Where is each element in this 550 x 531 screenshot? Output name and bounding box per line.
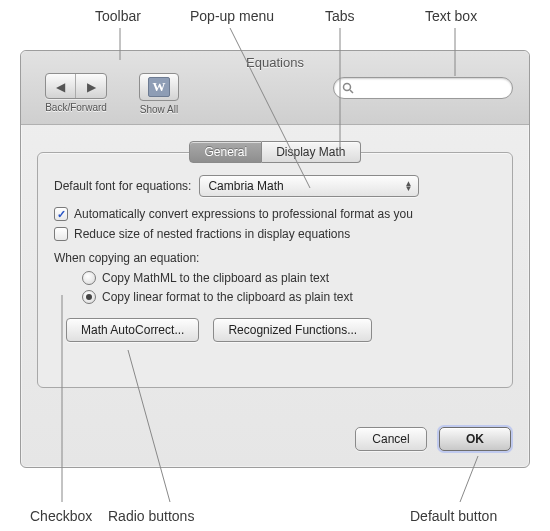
svg-point-7 [344,84,351,91]
popup-arrows-icon: ▲▼ [405,181,413,191]
back-forward-label: Back/Forward [37,102,115,113]
callout-popup: Pop-up menu [190,8,274,24]
forward-button[interactable]: ▶ [76,74,106,99]
checkbox-auto-convert-label: Automatically convert expressions to pro… [74,207,413,221]
callout-textbox: Text box [425,8,477,24]
search-input[interactable] [358,80,504,96]
toolbar-backforward-group: ◀ ▶ Back/Forward [37,73,115,113]
cancel-button[interactable]: Cancel [355,427,427,451]
word-icon: W [148,77,170,97]
copy-section-label: When copying an equation: [54,251,496,265]
font-label: Default font for equations: [54,179,191,193]
checkbox-reduce-nested-label: Reduce size of nested fractions in displ… [74,227,350,241]
general-pane: Default font for equations: Cambria Math… [37,152,513,388]
font-popup[interactable]: Cambria Math ▲▼ [199,175,419,197]
toolbar: Equations ◀ ▶ Back/Forward W Show All [21,51,529,125]
checkbox-reduce-nested[interactable] [54,227,68,241]
toolbar-showall-group: W Show All [129,73,189,115]
search-field[interactable] [333,77,513,99]
font-popup-value: Cambria Math [208,179,283,193]
back-button[interactable]: ◀ [46,74,76,99]
ok-button[interactable]: OK [439,427,511,451]
preferences-window: Equations ◀ ▶ Back/Forward W Show All Ge… [20,50,530,468]
callout-toolbar: Toolbar [95,8,141,24]
svg-line-8 [350,90,353,93]
radio-mathml-label: Copy MathML to the clipboard as plain te… [102,271,329,285]
radio-linear-label: Copy linear format to the clipboard as p… [102,290,353,304]
radio-dot-icon [86,294,92,300]
dialog-footer: Cancel OK [355,427,511,451]
search-icon [342,82,354,94]
checkbox-auto-convert[interactable]: ✓ [54,207,68,221]
recognized-functions-button[interactable]: Recognized Functions... [213,318,372,342]
tab-bar: General Display Math [37,141,513,163]
back-forward-segmented: ◀ ▶ [45,73,107,99]
content-area: General Display Math Default font for eq… [37,141,513,411]
math-autocorrect-button[interactable]: Math AutoCorrect... [66,318,199,342]
callout-checkbox: Checkbox [30,508,92,524]
radio-linear[interactable] [82,290,96,304]
callout-radio: Radio buttons [108,508,194,524]
window-title: Equations [21,55,529,70]
tab-display-math[interactable]: Display Math [262,141,360,163]
radio-mathml[interactable] [82,271,96,285]
show-all-button[interactable]: W [139,73,179,101]
callout-tabs: Tabs [325,8,355,24]
tab-general[interactable]: General [189,141,262,163]
callout-default: Default button [410,508,497,524]
show-all-label: Show All [129,104,189,115]
